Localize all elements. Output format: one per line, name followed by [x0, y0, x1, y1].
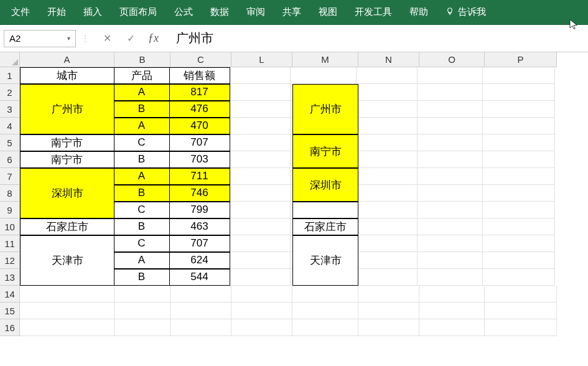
cell-A16[interactable]	[20, 319, 114, 336]
cell-O5[interactable]	[418, 134, 483, 151]
spreadsheet-grid[interactable]: ABCLMNOP1城市产品销售额2A8173B4764A4705南宁市C7076…	[0, 52, 588, 336]
cell-N15[interactable]	[358, 303, 419, 319]
cell-M1[interactable]	[291, 67, 357, 84]
cell-M16[interactable]	[292, 319, 358, 336]
row-header-10[interactable]: 10	[0, 218, 20, 235]
cell-L11[interactable]	[230, 235, 291, 252]
cell-L5[interactable]	[230, 134, 291, 151]
row-header-12[interactable]: 12	[0, 252, 20, 269]
cell-C7[interactable]: 711	[169, 168, 230, 185]
cell-N12[interactable]	[357, 252, 418, 269]
row-header-15[interactable]: 15	[0, 303, 20, 319]
cell-C4[interactable]: 470	[169, 118, 230, 134]
cell-C6[interactable]: 703	[169, 151, 230, 168]
cell-N8[interactable]	[357, 185, 418, 202]
cell-P13[interactable]	[483, 269, 555, 286]
cell-B5[interactable]: C	[114, 134, 170, 151]
confirm-icon[interactable]: ✓	[124, 32, 137, 44]
row-header-1[interactable]: 1	[0, 67, 20, 84]
cell-B6[interactable]: B	[114, 151, 170, 168]
cell-O1[interactable]	[418, 67, 483, 84]
row-header-6[interactable]: 6	[0, 151, 20, 168]
cell-C14[interactable]	[170, 286, 231, 303]
cell-P4[interactable]	[483, 118, 555, 134]
cell-N7[interactable]	[357, 168, 418, 185]
cell-P10[interactable]	[483, 218, 555, 235]
menu-data[interactable]: 数据	[202, 0, 238, 25]
cell-B16[interactable]	[114, 319, 170, 336]
cell-B2[interactable]: A	[114, 84, 170, 101]
cell-P2[interactable]	[483, 84, 555, 101]
row-header-13[interactable]: 13	[0, 269, 20, 286]
cell-N6[interactable]	[357, 151, 418, 168]
cell-N13[interactable]	[357, 269, 418, 286]
cell-L8[interactable]	[230, 185, 291, 202]
cell-B9[interactable]: C	[114, 202, 170, 218]
menu-home[interactable]: 开始	[39, 0, 75, 25]
col-header-B[interactable]: B	[114, 52, 170, 67]
cell-O15[interactable]	[419, 303, 485, 319]
cell-C2[interactable]: 817	[169, 84, 230, 101]
cell-M14[interactable]	[292, 286, 358, 303]
menu-file[interactable]: 文件	[2, 0, 39, 25]
cell-O11[interactable]	[418, 235, 483, 252]
menu-tell-me[interactable]: 告诉我	[437, 0, 495, 25]
menu-formula[interactable]: 公式	[166, 0, 202, 25]
cell-P11[interactable]	[483, 235, 555, 252]
menu-view[interactable]: 视图	[310, 0, 346, 25]
cell-P12[interactable]	[483, 252, 555, 269]
cell-C15[interactable]	[170, 303, 231, 319]
col-header-P[interactable]: P	[485, 52, 557, 67]
cell-L7[interactable]	[230, 168, 291, 185]
cell-O6[interactable]	[418, 151, 483, 168]
cell-B7[interactable]: A	[114, 168, 170, 185]
cell-O13[interactable]	[418, 269, 483, 286]
cell-P7[interactable]	[483, 168, 555, 185]
cell-N9[interactable]	[357, 202, 418, 218]
merged-cell-M2-M4[interactable]: 广州市	[292, 84, 358, 134]
cell-L16[interactable]	[231, 319, 292, 336]
row-header-8[interactable]: 8	[0, 185, 20, 202]
cell-B12[interactable]: A	[114, 252, 170, 269]
cell-M15[interactable]	[292, 303, 358, 319]
row-header-9[interactable]: 9	[0, 202, 20, 218]
cell-L4[interactable]	[230, 118, 291, 134]
cell-O10[interactable]	[418, 218, 483, 235]
cell-A14[interactable]	[20, 286, 114, 303]
merged-cell-A2-A4[interactable]: 广州市	[20, 84, 114, 134]
cell-B11[interactable]: C	[114, 235, 170, 252]
cell-B8[interactable]: B	[114, 185, 170, 202]
formula-input[interactable]	[164, 30, 584, 47]
cell-A5[interactable]: 南宁市	[20, 134, 114, 151]
cell-L14[interactable]	[231, 286, 292, 303]
name-box[interactable]: A2 ▾	[4, 30, 76, 47]
cell-B3[interactable]: B	[114, 101, 170, 118]
cell-L13[interactable]	[230, 269, 291, 286]
cell-L9[interactable]	[230, 202, 291, 218]
cell-O8[interactable]	[418, 185, 483, 202]
cell-L15[interactable]	[231, 303, 292, 319]
cell-P6[interactable]	[483, 151, 555, 168]
menu-layout[interactable]: 页面布局	[111, 0, 166, 25]
cell-N11[interactable]	[357, 235, 418, 252]
cell-N4[interactable]	[357, 118, 418, 134]
cell-N2[interactable]	[357, 84, 418, 101]
cell-O9[interactable]	[418, 202, 483, 218]
col-header-C[interactable]: C	[170, 52, 231, 67]
fx-icon[interactable]: ƒx	[148, 32, 159, 45]
cell-B14[interactable]	[114, 286, 170, 303]
cell-N10[interactable]	[357, 218, 418, 235]
cell-C16[interactable]	[170, 319, 231, 336]
menu-dev[interactable]: 开发工具	[346, 0, 401, 25]
row-header-7[interactable]: 7	[0, 168, 20, 185]
cell-A10[interactable]: 石家庄市	[20, 218, 114, 235]
col-header-A[interactable]: A	[20, 52, 114, 67]
cell-L3[interactable]	[230, 101, 291, 118]
cell-C12[interactable]: 624	[169, 252, 230, 269]
col-header-M[interactable]: M	[292, 52, 358, 67]
merged-cell-A7-A9[interactable]: 深圳市	[20, 168, 114, 218]
cell-O16[interactable]	[419, 319, 485, 336]
cell-N5[interactable]	[357, 134, 418, 151]
cell-O12[interactable]	[418, 252, 483, 269]
cell-B13[interactable]: B	[114, 269, 170, 286]
